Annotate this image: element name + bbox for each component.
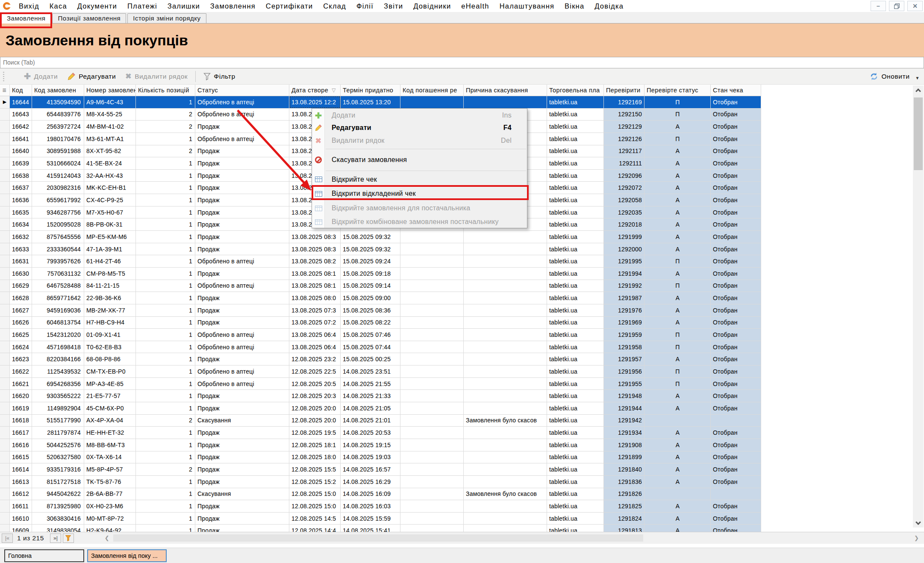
menu-item-12[interactable]: Налаштування — [494, 2, 559, 10]
table-row[interactable]: 166103063830416M0-MT-8P-721Продаж12.08.2… — [0, 513, 761, 525]
taskbar-tab-orders[interactable]: Замовлення від поку ... — [87, 549, 167, 562]
menu-item-1[interactable]: Каса — [44, 2, 72, 10]
sort-filter-icon[interactable]: ▽ — [332, 87, 335, 93]
table-row[interactable]: 166279459169036MB-2M-XK-771Продаж13.08.2… — [0, 304, 761, 317]
cell — [464, 525, 547, 532]
cell: Продаж — [195, 439, 289, 451]
cell: 2 — [136, 121, 195, 133]
context-menu-item-1[interactable]: РедагуватиF4 — [312, 121, 527, 134]
cell: Продаж — [195, 145, 289, 157]
menu-item-7[interactable]: Склад — [318, 2, 351, 10]
table-row[interactable]: 1661294450426222B-6A-BB-771Скасування12.… — [0, 488, 761, 501]
cell: Отобран — [711, 451, 761, 463]
context-menu-item-4[interactable]: Скасувати замовлення — [312, 151, 527, 169]
horizontal-scrollbar[interactable]: ❮ ❯ — [105, 532, 924, 544]
doc-tab-2[interactable]: Історія зміни порядку — [127, 13, 206, 23]
column-header-3[interactable]: Номер замовленн — [84, 85, 136, 96]
scroll-down-icon[interactable] — [913, 519, 924, 528]
table-row[interactable]: 16633233336054447-1A-39-M11Продаж13.08.2… — [0, 243, 761, 256]
filter-button[interactable]: Фільтр — [199, 70, 240, 83]
cell: 84-11-21-15 — [84, 280, 136, 292]
refresh-button[interactable]: Оновити — [881, 73, 909, 80]
cell: 16621 — [10, 378, 32, 390]
column-header-9[interactable]: Причина скасування — [464, 85, 547, 96]
cell — [464, 366, 547, 377]
vertical-scrollbar[interactable] — [913, 85, 924, 528]
table-row[interactable]: 166172811797874HE-HH-ET-321Продаж12.08.2… — [0, 427, 761, 439]
table-row[interactable]: 166221125439532CM-TX-EB-P01Оброблено в а… — [0, 366, 761, 378]
menu-item-2[interactable]: Документи — [72, 2, 122, 10]
column-header-11[interactable]: Перевірити — [604, 85, 644, 96]
table-row[interactable]: 1661187139259800X-H0-23-M61Продаж12.08.2… — [0, 500, 761, 513]
column-header-2[interactable]: Код замовлен — [32, 85, 84, 96]
column-header-6[interactable]: Дата створе▽ — [289, 85, 341, 96]
close-button[interactable]: ✕ — [907, 1, 923, 11]
table-row[interactable]: 16629646752848884-11-21-151Оброблено в а… — [0, 280, 761, 292]
menu-item-0[interactable]: Вихід — [14, 2, 44, 10]
table-row[interactable]: 166216954268356MP-A3-4E-851Оброблено в а… — [0, 378, 761, 390]
cell: 1291899 — [604, 451, 644, 463]
search-input[interactable]: Поиск (Tab) — [0, 57, 924, 68]
table-row[interactable]: 166328757645556MP-E5-KM-M61Продаж13.08.2… — [0, 231, 761, 243]
table-row[interactable]: 166138151727518TK-T5-87-761Продаж12.08.2… — [0, 476, 761, 488]
cell: 16623 — [10, 353, 32, 365]
table-row[interactable]: 16625154231202001-09-X1-411Оброблено в а… — [0, 329, 761, 341]
last-record-button[interactable]: »| — [50, 534, 61, 543]
cell: 13.08.2025 07:3 — [289, 304, 341, 316]
menu-item-3[interactable]: Платежі — [122, 2, 162, 10]
cell: 12.08.2025 15:5 — [289, 463, 341, 475]
edit-button[interactable]: Редагувати — [62, 70, 121, 83]
menu-item-9[interactable]: Звіти — [379, 2, 408, 10]
table-row[interactable]: 166266046813754H7-HB-C9-H41Продаж13.08.2… — [0, 317, 761, 329]
context-menu-item-6[interactable]: Відкрийте чек — [312, 173, 527, 186]
row-indicator-header[interactable]: ≣ — [0, 85, 10, 96]
table-row[interactable]: 166185155177990AX-4P-XA-042Скасування12.… — [0, 415, 761, 427]
table-row[interactable]: 166307570631132CM-P8-M5-T51Продаж13.08.2… — [0, 268, 761, 280]
cell: 1291995 — [604, 255, 644, 267]
column-header-12[interactable]: Перевірте статус — [644, 85, 711, 96]
column-header-10[interactable]: Торговельна пла — [547, 85, 604, 96]
doc-tab-1[interactable]: Позиції замовлення — [52, 13, 126, 23]
menu-item-5[interactable]: Замовлення — [205, 2, 261, 10]
table-row[interactable]: 16628865977164222-9B-36-K61Продаж13.08.2… — [0, 292, 761, 304]
table-row[interactable]: 16631799395762661-H4-2T-461Оброблено в а… — [0, 255, 761, 268]
table-row[interactable]: 16623822038416668-08-P8-861Продаж12.08.2… — [0, 353, 761, 366]
column-header-4[interactable]: Кількість позицій — [136, 85, 195, 96]
refresh-dropdown-icon[interactable]: ▼ — [915, 76, 920, 80]
scroll-right-icon[interactable]: ❯ — [914, 532, 919, 544]
pager-filter-button[interactable] — [63, 534, 74, 543]
scroll-left-icon[interactable]: ❮ — [105, 532, 109, 544]
menu-item-8[interactable]: Філії — [351, 2, 379, 10]
horizontal-scroll-thumb[interactable] — [113, 534, 643, 542]
column-header-13[interactable]: Стан чека — [711, 85, 761, 96]
cell: Продаж — [195, 390, 289, 402]
scroll-up-icon[interactable] — [913, 85, 924, 94]
vertical-scroll-thumb[interactable] — [914, 97, 923, 170]
delete-row-button[interactable]: ✖ Видалити рядок — [121, 70, 192, 83]
menu-item-4[interactable]: Залишки — [162, 2, 205, 10]
table-row[interactable]: 166093149838054H2-K9-64-921Продаж12.08.2… — [0, 525, 761, 532]
table-row[interactable]: 166165044252576M8-BB-6M-T31Продаж12.08.2… — [0, 439, 761, 451]
table-row[interactable]: 166244571698418T0-62-E8-B31Оброблено в а… — [0, 341, 761, 354]
first-record-button[interactable]: |« — [2, 534, 13, 543]
menu-item-11[interactable]: eHealth — [456, 2, 494, 10]
table-row[interactable]: 166149335179316M5-8P-4P-572Продаж12.08.2… — [0, 463, 761, 476]
column-header-5[interactable]: Статус — [195, 85, 289, 96]
add-button[interactable]: ✚ Додати — [19, 70, 62, 83]
menu-item-10[interactable]: Довідники — [408, 2, 456, 10]
restore-button[interactable] — [889, 1, 904, 11]
column-header-7[interactable]: Термін придатно — [341, 85, 400, 96]
cell: M8-X4-55-25 — [84, 109, 136, 121]
column-header-1[interactable]: Код — [10, 85, 32, 96]
menu-item-13[interactable]: Вікна — [559, 2, 589, 10]
menu-item-6[interactable]: Сертифікати — [261, 2, 318, 10]
menu-item-14[interactable]: Довідка — [589, 2, 629, 10]
table-row[interactable]: 16620930356522221-E5-77-571Продаж12.08.2… — [0, 390, 761, 402]
column-header-8[interactable]: Код погашення ре — [400, 85, 464, 96]
cell: 47-1A-39-M1 — [84, 243, 136, 255]
table-row[interactable]: 1661552063275800X-TA-X6-141Продаж12.08.2… — [0, 451, 761, 464]
minimize-button[interactable]: – — [871, 1, 886, 11]
table-row[interactable]: ▶166444135094590A9-M6-4C-431Оброблено в … — [0, 96, 761, 109]
table-row[interactable]: 16619114989290445-CM-6X-P01Продаж12.08.2… — [0, 402, 761, 415]
taskbar-tab-home[interactable]: Головна — [4, 549, 84, 562]
